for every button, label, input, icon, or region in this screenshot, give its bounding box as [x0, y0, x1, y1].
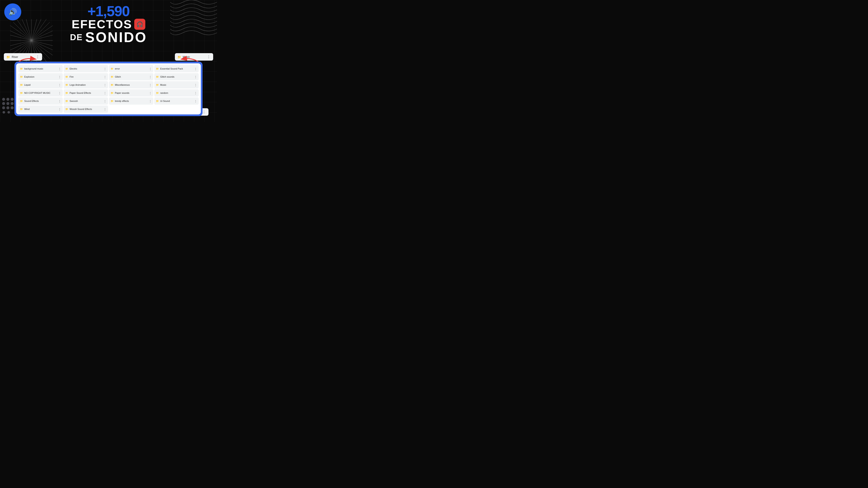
speaker-icon-circle: 🔊 [4, 3, 21, 21]
hero-de: DE [70, 33, 83, 41]
folder-icon: 📁 [111, 100, 114, 102]
file-name: Fire [69, 75, 102, 78]
file-menu[interactable]: ⋮ [149, 99, 152, 103]
file-name: random [160, 92, 193, 94]
folder-icon: 📁 [65, 75, 68, 78]
music-menu[interactable]: ⋮ [207, 55, 211, 59]
file-row[interactable]: 📁 Sound Effects ⋮ [18, 97, 63, 105]
folder-icon: 📁 [65, 100, 68, 102]
file-row[interactable]: 📁 Essential Sound Pack ⋮ [154, 65, 199, 72]
file-menu[interactable]: ⋮ [149, 83, 152, 87]
trendy-menu[interactable]: ⋮ [202, 110, 206, 114]
file-row[interactable]: 📁 Swoosh ⋮ [64, 97, 108, 105]
file-name: Paper sounds [115, 92, 148, 94]
file-row[interactable]: 📁 Wind ⋮ [18, 105, 63, 113]
folder-icon: 📁 [65, 92, 68, 94]
file-menu[interactable]: ⋮ [58, 99, 61, 103]
folder-icon: 📁 [20, 92, 23, 94]
folder-icon: 📁 [111, 67, 114, 70]
speaker-icon: 🔊 [8, 8, 17, 16]
file-row[interactable]: 📁 Glitch sounds ⋮ [154, 73, 199, 80]
file-name: Ui Sound [160, 100, 193, 102]
file-name: Explosion [24, 75, 57, 78]
file-name: Swoosh [69, 100, 102, 102]
hero-number: +1,590 [70, 4, 147, 18]
file-name: Glitch [115, 75, 148, 78]
file-row[interactable]: 📁 background music ⋮ [18, 65, 63, 72]
folder-icon: 📁 [65, 84, 68, 86]
file-menu[interactable]: ⋮ [149, 75, 152, 78]
file-name: Miscellaneous [115, 84, 148, 86]
file-name: Woosh Sound Effects [69, 108, 102, 110]
folder-icon: 📁 [156, 84, 159, 86]
hero-section: +1,590 EFECTOS 🎧 DE SONIDO [70, 4, 147, 44]
file-name: Wind [24, 108, 57, 110]
file-row[interactable]: 📁 Fire ⋮ [64, 73, 108, 80]
file-name: Paper Sound Effects [69, 92, 102, 94]
file-row[interactable]: 📁 random ⋮ [154, 89, 199, 97]
app-icon: 🎧 [134, 19, 145, 30]
file-name: Logo Animation [69, 84, 102, 86]
file-row[interactable]: 📁 Electric ⋮ [64, 65, 108, 72]
file-grid: 📁 background music ⋮ 📁 Electric ⋮ 📁 erro… [16, 63, 201, 115]
file-menu[interactable]: ⋮ [194, 91, 197, 95]
folder-icon: 📁 [20, 100, 23, 102]
folder-icon: 📁 [156, 67, 159, 70]
file-row[interactable]: 📁 Ui Sound ⋮ [154, 97, 199, 105]
file-row[interactable]: 📁 trendy effects ⋮ [109, 97, 153, 105]
folder-icon: 📁 [156, 100, 159, 102]
file-name: Liquid [24, 84, 57, 86]
file-name: Glitch sounds [160, 75, 193, 78]
wavy-lines-decoration [170, 0, 217, 38]
file-menu[interactable]: ⋮ [194, 99, 197, 103]
file-row[interactable]: 📁 Liquid ⋮ [18, 81, 63, 89]
file-row[interactable]: 📁 Music ⋮ [154, 81, 199, 89]
folder-icon: 📁 [156, 92, 159, 94]
file-row[interactable]: 📁 Woosh Sound Effects ⋮ [64, 105, 108, 113]
file-name: trendy effects [115, 100, 148, 102]
folder-icon: 📁 [111, 84, 114, 86]
folder-icon: 📁 [20, 75, 23, 78]
file-row[interactable]: 📁 NO COPYRIGHT MUSIC ⋮ [18, 89, 63, 97]
folder-icon: 📁 [65, 67, 68, 70]
folder-icon: 📁 [111, 92, 114, 94]
file-menu[interactable]: ⋮ [194, 83, 197, 87]
file-menu[interactable]: ⋮ [194, 75, 197, 78]
file-name: background music [24, 67, 57, 70]
file-menu[interactable]: ⋮ [58, 83, 61, 87]
file-row[interactable]: 📁 Paper sounds ⋮ [109, 89, 153, 97]
file-menu[interactable]: ⋮ [58, 67, 61, 70]
hero-sonido: SONIDO [85, 30, 147, 44]
file-menu[interactable]: ⋮ [149, 91, 152, 95]
file-menu[interactable]: ⋮ [103, 91, 106, 95]
file-name: error [115, 67, 148, 70]
folder-icon: 📁 [20, 84, 23, 86]
folder-icon: 📁 [6, 55, 10, 59]
file-menu[interactable]: ⋮ [103, 107, 106, 111]
file-menu[interactable]: ⋮ [58, 91, 61, 95]
file-name: Essential Sound Pack [160, 67, 193, 70]
file-name: Electric [69, 67, 102, 70]
file-row[interactable]: 📁 Logo Animation ⋮ [64, 81, 108, 89]
file-menu[interactable]: ⋮ [58, 75, 61, 78]
file-name: Sound Effects [24, 100, 57, 102]
file-menu[interactable]: ⋮ [103, 83, 106, 87]
file-browser-panel: 📁 background music ⋮ 📁 Electric ⋮ 📁 erro… [14, 62, 203, 116]
file-row[interactable]: 📁 Glitch ⋮ [109, 73, 153, 80]
file-menu[interactable]: ⋮ [194, 67, 197, 70]
folder-icon: 📁 [20, 67, 23, 70]
file-menu[interactable]: ⋮ [103, 75, 106, 78]
folder-icon: 📁 [111, 75, 114, 78]
file-name: Music [160, 84, 193, 86]
folder-icon: 📁 [65, 108, 68, 110]
file-menu[interactable]: ⋮ [149, 67, 152, 70]
file-menu[interactable]: ⋮ [58, 107, 61, 111]
file-row[interactable]: 📁 error ⋮ [109, 65, 153, 72]
hero-efectos: EFECTOS [72, 18, 132, 30]
file-menu[interactable]: ⋮ [103, 67, 106, 70]
file-menu[interactable]: ⋮ [103, 99, 106, 103]
file-row[interactable]: 📁 Miscellaneous ⋮ [109, 81, 153, 89]
file-row[interactable]: 📁 Explosion ⋮ [18, 73, 63, 80]
file-row[interactable]: 📁 Paper Sound Effects ⋮ [64, 89, 108, 97]
folder-icon: 📁 [20, 108, 23, 110]
